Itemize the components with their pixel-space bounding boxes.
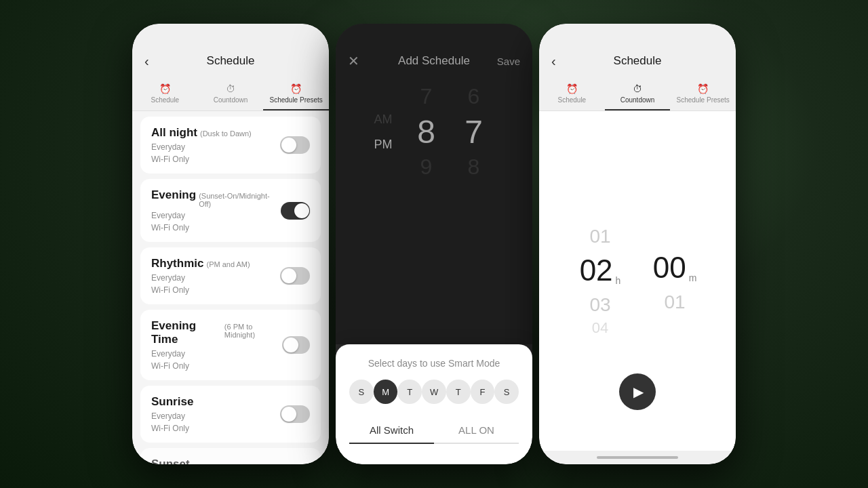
schedule-meta2-rhythmic: Wi-Fi Only (151, 285, 250, 295)
status-bar-1 (132, 24, 329, 44)
phone-3: ‹ Schedule ⏰ Schedule ⏱ Countdown ⏰ Sche… (539, 24, 736, 464)
back-button-1[interactable]: ‹ (144, 54, 149, 69)
schedule-name-eveningtime: Evening Time (151, 319, 222, 346)
tab-schedule-3[interactable]: ⏰ Schedule (539, 78, 605, 110)
minutes-countdown-col: 00 m 01 (648, 220, 702, 342)
tab-underline (349, 443, 434, 444)
schedule-title-eveningtime: Evening Time (6 PM to Midnight) Everyday… (151, 319, 282, 371)
schedule-meta1-sunrise: Everyday (151, 411, 193, 421)
tab-schedule-1[interactable]: ⏰ Schedule (132, 78, 198, 110)
day-monday[interactable]: M (374, 380, 398, 404)
day-sunday[interactable]: S (349, 380, 374, 404)
tab-bar-3: ⏰ Schedule ⏱ Countdown ⏰ Schedule Preset… (539, 78, 736, 111)
count-min-01[interactable]: 01 (664, 289, 685, 315)
tab-all-on[interactable]: ALL ON (434, 418, 519, 443)
page-title-3: Schedule (614, 54, 662, 68)
phone-1: ‹ Schedule ⏰ Schedule ⏱ Countdown ⏰ Sche… (132, 24, 329, 464)
count-hour-02-active[interactable]: 02 (580, 249, 613, 291)
tab-presets-1[interactable]: ⏰ Schedule Presets (263, 78, 329, 110)
header-1: ‹ Schedule (132, 44, 329, 78)
schedule-name-allnight: All night (151, 126, 197, 140)
days-row: S M T W T F S (349, 380, 519, 404)
toggle-knob-allnight (281, 138, 296, 152)
count-hour-03[interactable]: 03 (589, 291, 610, 318)
tab-countdown-label-1: Countdown (214, 96, 248, 104)
toggle-knob-rhythmic (281, 268, 296, 283)
tab-schedule-label-1: Schedule (151, 96, 179, 104)
schedule-meta2-eveningtime: Wi-Fi Only (151, 361, 282, 371)
toggle-sunrise[interactable] (280, 405, 310, 423)
presets-icon-1: ⏰ (290, 83, 302, 94)
schedule-meta2-allnight: Wi-Fi Only (151, 155, 252, 164)
day-thursday[interactable]: T (446, 380, 471, 404)
schedule-item-sunset[interactable]: Sunset (140, 448, 321, 464)
tab-countdown-3[interactable]: ⏱ Countdown (605, 78, 671, 110)
toggle-evening[interactable] (281, 202, 310, 220)
schedule-row-eveningtime: Evening Time (6 PM to Midnight) Everyday… (151, 319, 310, 371)
schedule-item-sunrise[interactable]: Sunrise Everyday Wi-Fi Only (140, 386, 321, 443)
tab-presets-label-1: Schedule Presets (269, 96, 322, 104)
schedule-item-eveningtime[interactable]: Evening Time (6 PM to Midnight) Everyday… (140, 310, 321, 380)
schedule-title-rhythmic: Rhythmic (PM and AM) Everyday Wi-Fi Only (151, 257, 250, 295)
phone-2-screen: ✕ Add Schedule Save AM PM 6 7 8 9 10 (336, 24, 532, 464)
schedule-item-evening[interactable]: Evening (Sunset-On/Midnight-Off) Everyda… (140, 179, 321, 242)
day-friday[interactable]: F (471, 380, 495, 404)
schedule-meta2-sunrise: Wi-Fi Only (151, 424, 193, 433)
page-title-1: Schedule (207, 54, 255, 68)
schedule-title-evening: Evening (Sunset-On/Midnight-Off) Everyda… (151, 188, 281, 232)
status-bar-3 (539, 24, 736, 44)
schedule-item-rhythmic[interactable]: Rhythmic (PM and AM) Everyday Wi-Fi Only (140, 247, 321, 304)
home-bar-3 (597, 456, 678, 459)
schedule-meta1-eveningtime: Everyday (151, 349, 282, 359)
schedule-meta1-rhythmic: Everyday (151, 273, 250, 283)
schedule-row-evening: Evening (Sunset-On/Midnight-Off) Everyda… (151, 188, 310, 232)
header-3: ‹ Schedule (539, 44, 736, 78)
tab-countdown-1[interactable]: ⏱ Countdown (198, 78, 264, 110)
presets-icon-3: ⏰ (697, 83, 709, 94)
countdown-icon-1: ⏱ (226, 83, 235, 94)
schedule-name-evening: Evening (151, 188, 196, 202)
schedule-meta1-allnight: Everyday (151, 142, 252, 152)
tab-presets-3[interactable]: ⏰ Schedule Presets (670, 78, 736, 110)
toggle-knob-sunrise (281, 407, 296, 422)
schedule-name-rhythmic: Rhythmic (151, 257, 203, 270)
home-indicator-3 (539, 451, 736, 464)
count-hour-01[interactable]: 01 (589, 223, 610, 249)
schedule-row-rhythmic: Rhythmic (PM and AM) Everyday Wi-Fi Only (151, 257, 310, 295)
countdown-area: 01 02 h 03 04 00 m (539, 111, 736, 451)
tab-schedule-label-3: Schedule (557, 96, 586, 104)
schedule-sub-allnight: (Dusk to Dawn) (200, 129, 252, 138)
tab-all-switch[interactable]: All Switch (349, 418, 434, 443)
day-saturday[interactable]: S (494, 380, 519, 404)
phones-container: ‹ Schedule ⏰ Schedule ⏱ Countdown ⏰ Sche… (0, 0, 868, 488)
phone-3-screen: ‹ Schedule ⏰ Schedule ⏱ Countdown ⏰ Sche… (539, 24, 736, 464)
schedule-name-sunrise: Sunrise (151, 395, 193, 409)
modal-sheet: Select days to use Smart Mode S M T W T … (336, 344, 532, 464)
tab-presets-label-3: Schedule Presets (676, 96, 729, 104)
schedule-meta2-evening: Wi-Fi Only (151, 223, 281, 232)
modal-overlay: Select days to use Smart Mode S M T W T … (336, 24, 532, 464)
hours-unit-label: h (616, 275, 621, 286)
countdown-picker: 01 02 h 03 04 00 m (573, 214, 702, 349)
schedule-item-allnight[interactable]: All night (Dusk to Dawn) Everyday Wi-Fi … (140, 117, 321, 174)
modal-backdrop[interactable] (336, 24, 532, 344)
schedule-title-allnight: All night (Dusk to Dawn) Everyday Wi-Fi … (151, 126, 252, 164)
play-icon: ▶ (633, 384, 644, 400)
schedule-meta1-evening: Everyday (151, 211, 281, 220)
back-button-3[interactable]: ‹ (551, 54, 556, 69)
toggle-allnight[interactable] (280, 136, 310, 154)
count-min-00-active[interactable]: 00 (653, 247, 686, 289)
countdown-icon-3: ⏱ (633, 83, 642, 94)
toggle-rhythmic[interactable] (280, 267, 310, 285)
schedule-sub-rhythmic: (PM and AM) (206, 260, 250, 268)
mode-tabs-row: All Switch ALL ON (349, 418, 519, 444)
phone-1-screen: ‹ Schedule ⏰ Schedule ⏱ Countdown ⏰ Sche… (132, 24, 329, 464)
day-wednesday[interactable]: W (422, 380, 446, 404)
schedule-sub-eveningtime: (6 PM to Midnight) (224, 323, 282, 339)
schedule-list-1: All night (Dusk to Dawn) Everyday Wi-Fi … (132, 111, 329, 464)
day-tuesday[interactable]: T (397, 380, 422, 404)
toggle-eveningtime[interactable] (282, 336, 311, 354)
play-button[interactable]: ▶ (619, 373, 656, 410)
count-hour-04[interactable]: 04 (592, 318, 608, 339)
schedule-name-sunset: Sunset (151, 458, 310, 464)
